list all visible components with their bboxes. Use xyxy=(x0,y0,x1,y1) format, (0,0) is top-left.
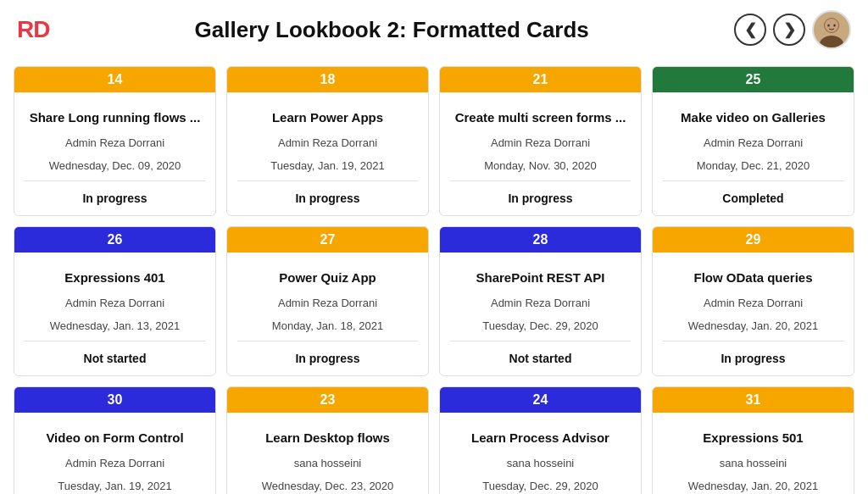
card-divider-28 xyxy=(450,341,631,341)
card-date-30: Tuesday, Jan. 19, 2021 xyxy=(25,480,205,492)
svg-point-3 xyxy=(827,25,829,27)
card-title-26: Expressions 401 xyxy=(25,261,205,293)
card-body-23: Learn Desktop flowssana hosseiniWednesda… xyxy=(227,413,428,494)
card-header-26: 26 xyxy=(14,227,215,253)
card-header-21: 21 xyxy=(440,67,641,92)
card-status-28: Not started xyxy=(450,348,631,367)
card-divider-14 xyxy=(25,180,205,181)
card-25[interactable]: 25Make video on GalleriesAdmin Reza Dorr… xyxy=(652,66,854,216)
card-header-27: 27 xyxy=(227,227,428,253)
card-date-21: Monday, Nov. 30, 2020 xyxy=(450,159,631,172)
card-26[interactable]: 26Expressions 401Admin Reza DorraniWedne… xyxy=(14,226,216,376)
card-author-28: Admin Reza Dorrani xyxy=(450,297,631,309)
card-date-24: Tuesday, Dec. 29, 2020 xyxy=(450,480,631,492)
card-24[interactable]: 24Learn Process Advisorsana hosseiniTues… xyxy=(439,386,642,494)
card-grid: 14Share Long running flows ...Admin Reza… xyxy=(0,59,868,494)
next-button[interactable]: ❯ xyxy=(773,14,805,46)
card-body-31: Expressions 501sana hosseiniWednesday, J… xyxy=(653,413,854,494)
card-body-21: Create multi screen forms ...Admin Reza … xyxy=(440,92,641,215)
card-header-29: 29 xyxy=(653,227,854,253)
logo-text: RD xyxy=(17,16,49,43)
card-status-27: In progress xyxy=(237,348,418,367)
card-body-29: Flow OData queriesAdmin Reza DorraniWedn… xyxy=(653,253,854,375)
card-divider-21 xyxy=(450,180,631,181)
header: RD Gallery Lookbook 2: Formatted Cards ❮… xyxy=(0,0,868,59)
card-author-21: Admin Reza Dorrani xyxy=(450,136,631,149)
card-title-28: SharePoint REST API xyxy=(450,261,631,293)
card-title-27: Power Quiz App xyxy=(237,261,418,293)
card-27[interactable]: 27Power Quiz AppAdmin Reza DorraniMonday… xyxy=(226,226,429,376)
prev-button[interactable]: ❮ xyxy=(734,14,766,46)
card-14[interactable]: 14Share Long running flows ...Admin Reza… xyxy=(14,66,216,216)
card-21[interactable]: 21Create multi screen forms ...Admin Rez… xyxy=(439,66,642,216)
card-header-24: 24 xyxy=(440,387,641,413)
card-body-30: Video on Form ControlAdmin Reza DorraniT… xyxy=(14,413,215,494)
card-header-18: 18 xyxy=(227,67,428,92)
avatar xyxy=(812,10,851,49)
card-date-28: Tuesday, Dec. 29, 2020 xyxy=(450,319,631,332)
card-title-24: Learn Process Advisor xyxy=(450,421,631,453)
svg-point-1 xyxy=(820,36,843,47)
card-divider-27 xyxy=(237,341,418,341)
card-date-31: Wednesday, Jan. 20, 2021 xyxy=(663,480,843,492)
card-author-24: sana hosseini xyxy=(450,457,631,469)
logo: RD xyxy=(17,16,49,43)
card-title-18: Learn Power Apps xyxy=(237,101,418,133)
card-body-27: Power Quiz AppAdmin Reza DorraniMonday, … xyxy=(227,253,428,375)
card-23[interactable]: 23Learn Desktop flowssana hosseiniWednes… xyxy=(226,386,429,494)
card-header-28: 28 xyxy=(440,227,641,253)
card-date-27: Monday, Jan. 18, 2021 xyxy=(237,319,418,332)
card-status-14: In progress xyxy=(25,188,205,207)
card-header-23: 23 xyxy=(227,387,428,413)
card-31[interactable]: 31Expressions 501sana hosseiniWednesday,… xyxy=(652,386,854,494)
card-divider-26 xyxy=(25,341,205,341)
card-status-18: In progress xyxy=(237,188,418,207)
card-body-24: Learn Process Advisorsana hosseiniTuesda… xyxy=(440,413,641,494)
card-header-25: 25 xyxy=(653,67,854,92)
page-title: Gallery Lookbook 2: Formatted Cards xyxy=(49,17,734,43)
card-body-14: Share Long running flows ...Admin Reza D… xyxy=(14,92,215,215)
card-title-31: Expressions 501 xyxy=(663,421,843,453)
card-divider-18 xyxy=(237,180,418,181)
card-author-18: Admin Reza Dorrani xyxy=(237,136,418,149)
card-author-26: Admin Reza Dorrani xyxy=(25,297,205,309)
card-title-14: Share Long running flows ... xyxy=(25,101,205,133)
card-18[interactable]: 18Learn Power AppsAdmin Reza DorraniTues… xyxy=(226,66,429,216)
card-title-30: Video on Form Control xyxy=(25,421,205,453)
header-controls: ❮ ❯ xyxy=(734,10,851,49)
card-header-31: 31 xyxy=(653,387,854,413)
card-status-29: In progress xyxy=(663,348,843,367)
card-divider-25 xyxy=(663,180,843,181)
card-author-14: Admin Reza Dorrani xyxy=(25,136,205,149)
card-body-18: Learn Power AppsAdmin Reza DorraniTuesda… xyxy=(227,92,428,215)
card-title-23: Learn Desktop flows xyxy=(237,421,418,453)
card-body-25: Make video on GalleriesAdmin Reza Dorran… xyxy=(653,92,854,215)
card-body-26: Expressions 401Admin Reza DorraniWednesd… xyxy=(14,253,215,375)
card-author-23: sana hosseini xyxy=(237,457,418,469)
card-date-29: Wednesday, Jan. 20, 2021 xyxy=(663,319,843,332)
card-status-21: In progress xyxy=(450,188,631,207)
card-29[interactable]: 29Flow OData queriesAdmin Reza DorraniWe… xyxy=(652,226,854,376)
card-title-21: Create multi screen forms ... xyxy=(450,101,631,133)
svg-point-2 xyxy=(825,19,838,32)
card-28[interactable]: 28SharePoint REST APIAdmin Reza DorraniT… xyxy=(439,226,642,376)
card-status-26: Not started xyxy=(25,348,205,367)
card-author-27: Admin Reza Dorrani xyxy=(237,297,418,309)
card-date-18: Tuesday, Jan. 19, 2021 xyxy=(237,159,418,172)
card-header-30: 30 xyxy=(14,387,215,413)
card-author-25: Admin Reza Dorrani xyxy=(663,136,843,149)
card-divider-29 xyxy=(663,341,843,341)
card-title-29: Flow OData queries xyxy=(663,261,843,293)
card-body-28: SharePoint REST APIAdmin Reza DorraniTue… xyxy=(440,253,641,375)
card-author-31: sana hosseini xyxy=(663,457,843,469)
card-30[interactable]: 30Video on Form ControlAdmin Reza Dorran… xyxy=(14,386,216,494)
card-status-25: Completed xyxy=(663,188,843,207)
card-date-26: Wednesday, Jan. 13, 2021 xyxy=(25,319,205,332)
svg-point-4 xyxy=(833,25,835,27)
card-date-25: Monday, Dec. 21, 2020 xyxy=(663,159,843,172)
card-title-25: Make video on Galleries xyxy=(663,101,843,133)
card-author-29: Admin Reza Dorrani xyxy=(663,297,843,309)
card-date-23: Wednesday, Dec. 23, 2020 xyxy=(237,480,418,492)
card-author-30: Admin Reza Dorrani xyxy=(25,457,205,469)
card-header-14: 14 xyxy=(14,67,215,92)
